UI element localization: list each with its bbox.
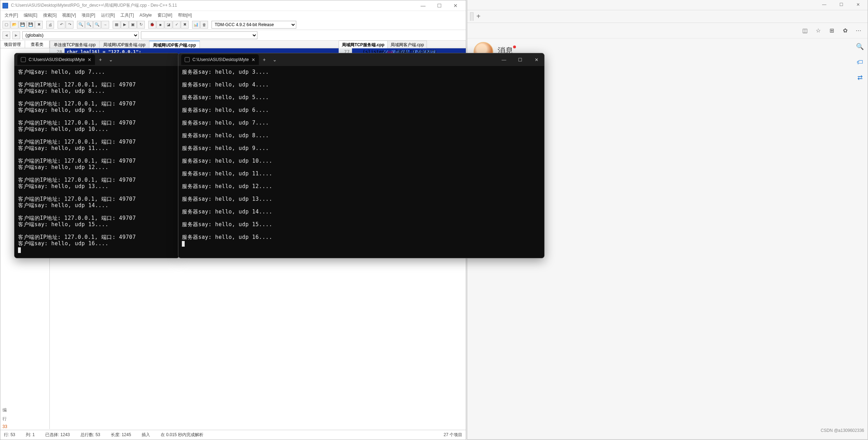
side-tab-project[interactable]: 项目管理 [0, 41, 25, 48]
devcpp-titlebar[interactable]: C:\Users\ASUS\Desktop\MytestRPG_for_devc… [0, 0, 466, 11]
status-line: 行: 53 [4, 432, 15, 438]
file-tab-2[interactable]: 局域网UDP客户端.cpp [149, 41, 200, 48]
browser-tab-stub[interactable] [470, 12, 474, 21]
devcpp-statusbar: 行: 53 列: 1 已选择: 1243 总行数: 53 长度: 1245 插入… [0, 430, 466, 440]
close-button[interactable]: ✕ [447, 1, 464, 11]
options-icon[interactable]: ✓ [173, 21, 180, 29]
right-tab-1[interactable]: 局域网客户端.cpp [387, 41, 427, 48]
browser-maximize-button[interactable]: ☐ [833, 0, 849, 10]
devcpp-toolbar2: ◄ ► (globals) [0, 30, 466, 41]
terminal-icon [21, 57, 26, 62]
left-status-gutter: 编 行 33 [0, 406, 15, 430]
term2-window-controls: — ☐ ✕ [496, 53, 544, 66]
profile-icon[interactable]: ◪ [165, 21, 172, 29]
menu-astyle[interactable]: AStyle [137, 12, 154, 18]
goto-icon[interactable]: → [101, 21, 109, 29]
undo-icon[interactable]: ↶ [58, 21, 65, 29]
browser-titlebar[interactable]: — ☐ ✕ [467, 0, 868, 10]
new-file-icon[interactable]: ▢ [2, 21, 10, 29]
split-screen-icon[interactable]: ◫ [801, 27, 808, 34]
devcpp-toolbar: ▢ 📂 💾 💾 ✖ 🖨 ↶ ↷ 🔍 🔍 🔍 → ▦ ▶ ▣ ↻ 🐞 ■ [0, 19, 466, 30]
clear-icon[interactable]: ✖ [181, 21, 189, 29]
terminal-server-window: C:\Users\ASUS\Desktop\Myte ✕ + ⌄ — ☐ ✕ 服… [178, 53, 545, 258]
term2-maximize-button[interactable]: ☐ [512, 53, 528, 66]
file-tab-0[interactable]: 单连接TCP服务端.cpp [50, 41, 100, 48]
search-icon[interactable]: 🔍 [855, 42, 864, 51]
term1-output[interactable]: 客户端say: hello, udp 7.... 客户端的IP地址: 127.0… [14, 66, 179, 256]
more-icon[interactable]: ⋯ [855, 27, 862, 34]
find-icon[interactable]: 🔍 [77, 21, 85, 29]
term2-minimize-button[interactable]: — [496, 53, 512, 66]
term2-output[interactable]: 服务器say: hello, udp 3.... 服务器say: hello, … [178, 66, 544, 249]
compile-run-icon[interactable]: ▣ [129, 21, 137, 29]
replace-icon[interactable]: 🔍 [85, 21, 93, 29]
menu-window[interactable]: 窗口[W] [155, 12, 174, 19]
file-tab-1[interactable]: 局域网UDP服务端.cpp [99, 41, 149, 48]
delete-profile-icon[interactable]: 🗑 [200, 21, 208, 29]
browser-sidebar: 🔍 🏷 ⇄ [852, 38, 868, 82]
menu-project[interactable]: 项目[P] [79, 12, 97, 19]
devcpp-app-icon [2, 3, 8, 8]
term2-tab-close-icon[interactable]: ✕ [251, 57, 255, 62]
redo-icon[interactable]: ↷ [66, 21, 73, 29]
side-tab-classes[interactable]: 查看类 [25, 41, 50, 48]
status-items: 27 个项目 [444, 432, 462, 438]
favorites-icon[interactable]: ☆ [815, 27, 822, 34]
watermark-text: CSDN @a1309602336 [821, 428, 864, 433]
menu-view[interactable]: 视图[V] [60, 12, 78, 19]
term2-tab[interactable]: C:\Users\ASUS\Desktop\Myte ✕ [181, 54, 259, 65]
run-icon[interactable]: ▶ [121, 21, 129, 29]
term2-tab-dropdown-icon[interactable]: ⌄ [269, 57, 280, 62]
menu-help[interactable]: 帮助[H] [176, 12, 194, 19]
scope-combo[interactable]: (globals) [22, 31, 139, 39]
browser-footer: CSDN @a1309602336 [471, 428, 864, 433]
debug-icon[interactable]: 🐞 [148, 21, 156, 29]
browser-minimize-button[interactable]: — [816, 0, 832, 10]
swap-icon[interactable]: ⇄ [855, 73, 864, 82]
nav-fwd-icon[interactable]: ► [12, 31, 20, 39]
menu-file[interactable]: 文件[F] [2, 12, 20, 19]
collections-icon[interactable]: ⊞ [828, 27, 835, 34]
close-file-icon[interactable]: ✖ [35, 21, 43, 29]
term1-tab[interactable]: C:\Users\ASUS\Desktop\Myte ✕ [17, 54, 95, 65]
term2-tabbar[interactable]: C:\Users\ASUS\Desktop\Myte ✕ + ⌄ — ☐ ✕ [178, 53, 544, 66]
new-tab-button[interactable]: + [474, 12, 483, 20]
menu-edit[interactable]: 编辑[E] [22, 12, 40, 19]
menu-search[interactable]: 搜索[S] [41, 12, 59, 19]
maximize-button[interactable]: ☐ [431, 1, 447, 11]
devcpp-menubar: 文件[F] 编辑[E] 搜索[S] 视图[V] 项目[P] 运行[R] 工具[T… [0, 11, 466, 19]
term1-tabbar[interactable]: C:\Users\ASUS\Desktop\Myte ✕ + ⌄ [14, 53, 179, 66]
devcpp-title: C:\Users\ASUS\Desktop\MytestRPG_for_devc… [11, 2, 415, 8]
rebuild-icon[interactable]: ↻ [137, 21, 145, 29]
term2-new-tab-button[interactable]: + [259, 57, 269, 62]
nav-back-icon[interactable]: ◄ [2, 31, 10, 39]
menu-run[interactable]: 运行[R] [99, 12, 117, 19]
profile-analysis-icon[interactable]: 📊 [192, 21, 200, 29]
term2-close-button[interactable]: ✕ [529, 53, 544, 66]
compile-icon[interactable]: ▦ [113, 21, 120, 29]
status-len: 长度: 1245 [111, 432, 131, 438]
compiler-select[interactable]: TDM-GCC 4.9.2 64-bit Release [212, 21, 296, 29]
find-in-files-icon[interactable]: 🔍 [93, 21, 101, 29]
notification-dot-icon [513, 46, 516, 48]
browser-toolbar: ◫ ☆ ⊞ ✿ ⋯ [467, 23, 868, 38]
symbol-combo[interactable] [141, 31, 257, 39]
terminal-icon [185, 57, 190, 62]
term2-tab-title: C:\Users\ASUS\Desktop\Myte [192, 57, 249, 62]
right-tab-0[interactable]: 局域网TCP服务端.cpp [339, 41, 388, 48]
status-col: 列: 1 [26, 432, 35, 438]
save-all-icon[interactable]: 💾 [27, 21, 35, 29]
term1-new-tab-button[interactable]: + [95, 57, 106, 62]
save-icon[interactable]: 💾 [19, 21, 26, 29]
menu-tools[interactable]: 工具[T] [118, 12, 136, 19]
extensions-icon[interactable]: ✿ [842, 27, 849, 34]
minimize-button[interactable]: — [415, 1, 431, 11]
browser-close-button[interactable]: ✕ [850, 0, 866, 10]
print-icon[interactable]: 🖨 [46, 21, 54, 29]
terminal-client-window: C:\Users\ASUS\Desktop\Myte ✕ + ⌄ 客户端say:… [14, 53, 179, 258]
term1-tab-close-icon[interactable]: ✕ [88, 57, 91, 62]
tag-icon[interactable]: 🏷 [855, 58, 864, 67]
term1-tab-dropdown-icon[interactable]: ⌄ [106, 57, 116, 62]
open-file-icon[interactable]: 📂 [11, 21, 18, 29]
stop-icon[interactable]: ■ [156, 21, 164, 29]
